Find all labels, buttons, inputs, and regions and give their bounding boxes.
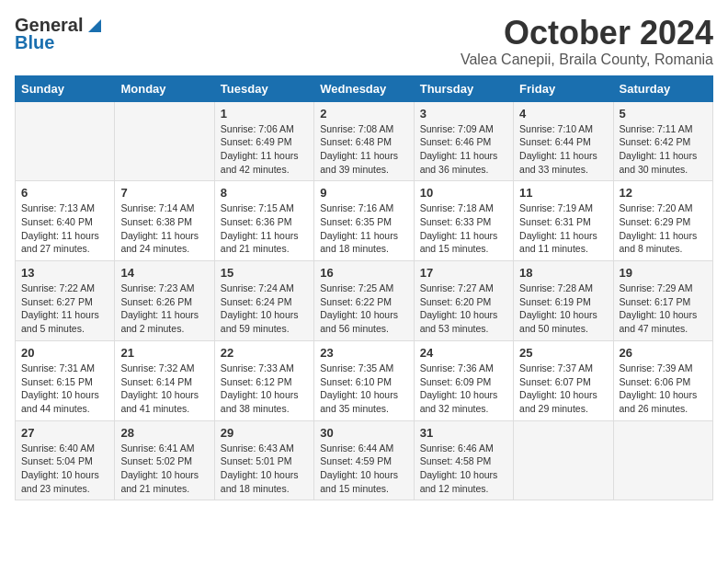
week-row-1: 1Sunrise: 7:06 AM Sunset: 6:49 PM Daylig… [16, 101, 713, 181]
calendar-cell: 10Sunrise: 7:18 AM Sunset: 6:33 PM Dayli… [414, 181, 513, 261]
calendar-cell: 29Sunrise: 6:43 AM Sunset: 5:01 PM Dayli… [214, 420, 313, 500]
day-info: Sunrise: 7:37 AM Sunset: 6:07 PM Dayligh… [519, 362, 607, 416]
day-number: 31 [420, 426, 507, 440]
day-number: 14 [120, 266, 208, 280]
calendar-cell: 26Sunrise: 7:39 AM Sunset: 6:06 PM Dayli… [613, 340, 712, 420]
day-number: 24 [420, 346, 507, 360]
calendar-cell [16, 101, 115, 181]
day-info: Sunrise: 6:46 AM Sunset: 4:58 PM Dayligh… [420, 442, 507, 496]
calendar-cell: 28Sunrise: 6:41 AM Sunset: 5:02 PM Dayli… [115, 420, 214, 500]
day-number: 18 [519, 266, 607, 280]
calendar-cell: 8Sunrise: 7:15 AM Sunset: 6:36 PM Daylig… [214, 181, 313, 261]
calendar-cell: 23Sunrise: 7:35 AM Sunset: 6:10 PM Dayli… [314, 340, 414, 420]
calendar-cell: 21Sunrise: 7:32 AM Sunset: 6:14 PM Dayli… [115, 340, 214, 420]
calendar-cell: 2Sunrise: 7:08 AM Sunset: 6:48 PM Daylig… [314, 101, 414, 181]
column-header-saturday: Saturday [613, 75, 712, 101]
calendar-cell: 5Sunrise: 7:11 AM Sunset: 6:42 PM Daylig… [613, 101, 712, 181]
day-info: Sunrise: 7:32 AM Sunset: 6:14 PM Dayligh… [120, 362, 208, 416]
day-number: 11 [519, 186, 607, 200]
column-header-friday: Friday [514, 75, 613, 101]
calendar-cell: 24Sunrise: 7:36 AM Sunset: 6:09 PM Dayli… [414, 340, 513, 420]
day-info: Sunrise: 7:10 AM Sunset: 6:44 PM Dayligh… [519, 122, 607, 177]
day-info: Sunrise: 7:31 AM Sunset: 6:15 PM Dayligh… [21, 362, 108, 416]
day-number: 28 [120, 426, 208, 440]
calendar-table: SundayMondayTuesdayWednesdayThursdayFrid… [15, 75, 713, 501]
calendar-cell: 11Sunrise: 7:19 AM Sunset: 6:31 PM Dayli… [514, 181, 613, 261]
calendar-cell: 19Sunrise: 7:29 AM Sunset: 6:17 PM Dayli… [613, 261, 712, 341]
day-number: 16 [320, 266, 407, 280]
day-info: Sunrise: 7:13 AM Sunset: 6:40 PM Dayligh… [21, 201, 108, 256]
day-info: Sunrise: 7:23 AM Sunset: 6:26 PM Dayligh… [120, 282, 208, 336]
day-info: Sunrise: 6:43 AM Sunset: 5:01 PM Dayligh… [221, 442, 308, 496]
day-number: 6 [21, 186, 108, 200]
calendar-cell: 12Sunrise: 7:20 AM Sunset: 6:29 PM Dayli… [613, 181, 712, 261]
month-title: October 2024 [461, 15, 713, 52]
day-info: Sunrise: 7:16 AM Sunset: 6:35 PM Dayligh… [320, 201, 407, 256]
day-info: Sunrise: 7:29 AM Sunset: 6:17 PM Dayligh… [620, 282, 707, 336]
title-section: October 2024 Valea Canepii, Braila Count… [461, 15, 713, 68]
calendar-cell [514, 420, 613, 500]
calendar-cell [115, 101, 214, 181]
day-number: 9 [320, 186, 407, 200]
calendar-cell: 22Sunrise: 7:33 AM Sunset: 6:12 PM Dayli… [214, 340, 313, 420]
day-number: 29 [221, 426, 308, 440]
day-info: Sunrise: 7:15 AM Sunset: 6:36 PM Dayligh… [221, 201, 308, 256]
day-info: Sunrise: 7:35 AM Sunset: 6:10 PM Dayligh… [320, 362, 407, 416]
calendar-cell: 20Sunrise: 7:31 AM Sunset: 6:15 PM Dayli… [16, 340, 115, 420]
day-info: Sunrise: 7:06 AM Sunset: 6:49 PM Dayligh… [221, 122, 308, 177]
day-number: 13 [21, 266, 108, 280]
day-number: 3 [420, 107, 507, 121]
day-number: 25 [519, 346, 607, 360]
calendar-cell: 1Sunrise: 7:06 AM Sunset: 6:49 PM Daylig… [214, 101, 313, 181]
column-header-monday: Monday [115, 75, 214, 101]
column-header-sunday: Sunday [16, 75, 115, 101]
day-info: Sunrise: 7:11 AM Sunset: 6:42 PM Dayligh… [620, 122, 707, 177]
calendar-cell: 17Sunrise: 7:27 AM Sunset: 6:20 PM Dayli… [414, 261, 513, 341]
column-header-tuesday: Tuesday [214, 75, 313, 101]
day-info: Sunrise: 7:20 AM Sunset: 6:29 PM Dayligh… [620, 201, 707, 256]
day-info: Sunrise: 7:33 AM Sunset: 6:12 PM Dayligh… [221, 362, 308, 416]
day-info: Sunrise: 7:36 AM Sunset: 6:09 PM Dayligh… [420, 362, 507, 416]
calendar-cell: 6Sunrise: 7:13 AM Sunset: 6:40 PM Daylig… [16, 181, 115, 261]
svg-marker-0 [88, 19, 101, 32]
location-title: Valea Canepii, Braila County, Romania [461, 52, 713, 68]
day-number: 8 [221, 186, 308, 200]
day-number: 17 [420, 266, 507, 280]
calendar-cell: 16Sunrise: 7:25 AM Sunset: 6:22 PM Dayli… [314, 261, 414, 341]
week-row-3: 13Sunrise: 7:22 AM Sunset: 6:27 PM Dayli… [16, 261, 713, 341]
day-number: 4 [519, 107, 607, 121]
day-info: Sunrise: 6:41 AM Sunset: 5:02 PM Dayligh… [120, 442, 208, 496]
calendar-cell: 15Sunrise: 7:24 AM Sunset: 6:24 PM Dayli… [214, 261, 313, 341]
calendar-cell: 9Sunrise: 7:16 AM Sunset: 6:35 PM Daylig… [314, 181, 414, 261]
calendar-cell: 25Sunrise: 7:37 AM Sunset: 6:07 PM Dayli… [514, 340, 613, 420]
calendar-cell [613, 420, 712, 500]
week-row-2: 6Sunrise: 7:13 AM Sunset: 6:40 PM Daylig… [16, 181, 713, 261]
day-number: 27 [21, 426, 108, 440]
day-info: Sunrise: 7:19 AM Sunset: 6:31 PM Dayligh… [519, 201, 607, 256]
day-info: Sunrise: 7:28 AM Sunset: 6:19 PM Dayligh… [519, 282, 607, 336]
day-number: 30 [320, 426, 407, 440]
logo-triangle-icon [85, 17, 101, 34]
column-header-thursday: Thursday [414, 75, 513, 101]
calendar-cell: 18Sunrise: 7:28 AM Sunset: 6:19 PM Dayli… [514, 261, 613, 341]
calendar-cell: 27Sunrise: 6:40 AM Sunset: 5:04 PM Dayli… [16, 420, 115, 500]
calendar-cell: 3Sunrise: 7:09 AM Sunset: 6:46 PM Daylig… [414, 101, 513, 181]
day-info: Sunrise: 7:24 AM Sunset: 6:24 PM Dayligh… [221, 282, 308, 336]
calendar-cell: 14Sunrise: 7:23 AM Sunset: 6:26 PM Dayli… [115, 261, 214, 341]
day-number: 15 [221, 266, 308, 280]
day-info: Sunrise: 7:25 AM Sunset: 6:22 PM Dayligh… [320, 282, 407, 336]
day-number: 26 [620, 346, 707, 360]
day-info: Sunrise: 6:44 AM Sunset: 4:59 PM Dayligh… [320, 442, 407, 496]
calendar-cell: 30Sunrise: 6:44 AM Sunset: 4:59 PM Dayli… [314, 420, 414, 500]
page-header: General Blue October 2024 Valea Canepii,… [15, 15, 713, 68]
day-number: 23 [320, 346, 407, 360]
day-number: 7 [120, 186, 208, 200]
logo: General Blue [15, 15, 101, 53]
day-number: 12 [620, 186, 707, 200]
calendar-cell: 13Sunrise: 7:22 AM Sunset: 6:27 PM Dayli… [16, 261, 115, 341]
day-number: 21 [120, 346, 208, 360]
day-number: 2 [320, 107, 407, 121]
calendar-cell: 31Sunrise: 6:46 AM Sunset: 4:58 PM Dayli… [414, 420, 513, 500]
day-number: 20 [21, 346, 108, 360]
day-number: 5 [620, 107, 707, 121]
